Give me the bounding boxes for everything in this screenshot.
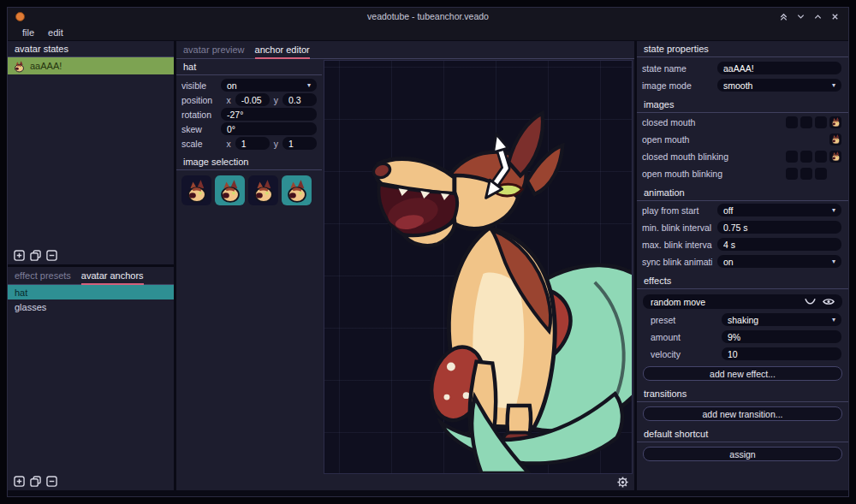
add-new-transition-button[interactable]: add new transition... xyxy=(643,406,842,421)
gear-icon[interactable] xyxy=(617,477,628,488)
image-selection-thumb-2[interactable] xyxy=(215,175,245,205)
position-y-input[interactable] xyxy=(282,93,317,106)
sync-blink-animation-label: sync blink animation xyxy=(642,257,712,267)
play-from-start-label: play from start xyxy=(642,205,712,216)
visible-row: visible on ▾ xyxy=(176,78,322,92)
anchor-editor-canvas[interactable] xyxy=(324,60,633,474)
effects-title: effects xyxy=(637,273,848,289)
state-properties-title: state properties xyxy=(637,41,848,57)
image-row-open-mouth: open mouth xyxy=(637,131,848,147)
effect-amount-input[interactable] xyxy=(722,330,841,343)
rotation-label: rotation xyxy=(181,110,217,120)
skew-row: skew xyxy=(176,122,322,136)
sync-blink-animation-dropdown[interactable]: on ▾ xyxy=(717,255,841,268)
eye-icon[interactable] xyxy=(823,298,835,305)
sync-blink-animation-row: sync blink animation on ▾ xyxy=(637,253,848,270)
avatar-states-list-empty xyxy=(8,74,174,246)
easing-curve-icon[interactable] xyxy=(805,298,816,305)
play-from-start-value: off xyxy=(723,205,733,216)
avatar-states-title: avatar states xyxy=(8,41,174,57)
close-icon[interactable] xyxy=(830,12,840,21)
sync-blink-animation-value: on xyxy=(723,257,734,267)
image-row-open-mouth-blinking: open mouth blinking xyxy=(637,165,848,181)
image-row-label: open mouth xyxy=(642,134,781,145)
image-slot-filled[interactable] xyxy=(829,116,841,128)
tab-avatar-anchors[interactable]: avatar anchors xyxy=(81,270,144,285)
image-slot-empty[interactable] xyxy=(815,151,827,163)
avatar-state-item[interactable]: aaAAA! xyxy=(8,57,174,74)
tab-effect-presets[interactable]: effect presets xyxy=(15,270,71,284)
chevron-down-icon: ▾ xyxy=(832,316,835,323)
skew-input[interactable] xyxy=(221,122,317,135)
add-state-button[interactable] xyxy=(13,249,25,261)
tab-anchor-editor[interactable]: anchor editor xyxy=(255,44,310,59)
image-slot-empty[interactable] xyxy=(786,116,798,128)
scale-x-label: x xyxy=(227,139,231,149)
deer-thumbnail-icon xyxy=(830,116,841,127)
chevron-down-icon: ▾ xyxy=(832,206,835,214)
max-blink-interval-input[interactable] xyxy=(717,238,841,251)
image-slot-empty[interactable] xyxy=(786,151,798,163)
effect-velocity-input[interactable] xyxy=(722,347,841,360)
double-chevron-up-icon[interactable] xyxy=(779,12,788,21)
deer-thumbnail-icon xyxy=(13,60,26,73)
menu-edit[interactable]: edit xyxy=(48,27,63,38)
app-window: veadotube - tubeanchor.veado file edit a… xyxy=(7,7,849,497)
image-row-closed-mouth-blinking: closed mouth blinking xyxy=(637,148,848,164)
state-name-label: state name xyxy=(642,63,712,74)
image-row-closed-mouth: closed mouth xyxy=(637,114,848,130)
play-from-start-dropdown[interactable]: off ▾ xyxy=(717,204,841,216)
scale-y-label: y xyxy=(274,139,278,149)
state-properties-panel: state properties state name image mode s… xyxy=(637,41,848,490)
chevron-down-icon: ▾ xyxy=(307,81,311,89)
remove-state-button[interactable] xyxy=(45,249,57,261)
image-slot-empty[interactable] xyxy=(800,116,812,128)
editor-tabs: avatar preview anchor editor xyxy=(176,41,634,59)
anchor-item-hat[interactable]: hat xyxy=(8,285,174,299)
image-slot-filled[interactable] xyxy=(829,151,841,163)
assign-shortcut-button[interactable]: assign xyxy=(643,447,842,461)
effect-preset-dropdown[interactable]: shaking ▾ xyxy=(722,313,841,326)
image-slot-empty[interactable] xyxy=(800,168,812,180)
effect-header[interactable]: random move xyxy=(643,294,842,309)
duplicate-state-button[interactable] xyxy=(29,249,41,261)
duplicate-anchor-button[interactable] xyxy=(29,475,41,487)
min-blink-interval-row: min. blink interval xyxy=(637,219,848,235)
chevron-down-icon[interactable] xyxy=(796,12,805,21)
image-selection-thumb-1[interactable] xyxy=(181,175,211,205)
image-selection-thumb-4[interactable] xyxy=(282,175,312,205)
image-slot-filled[interactable] xyxy=(829,133,841,145)
effect-preset-row: preset shaking ▾ xyxy=(637,311,848,328)
image-slot-empty[interactable] xyxy=(786,168,798,180)
image-slot-empty[interactable] xyxy=(800,151,812,163)
visible-dropdown[interactable]: on ▾ xyxy=(221,79,317,92)
skew-label: skew xyxy=(181,124,217,134)
rotation-input[interactable] xyxy=(221,108,317,121)
menu-file[interactable]: file xyxy=(22,27,34,38)
desktop-background: veadotube - tubeanchor.veado file edit a… xyxy=(0,0,856,504)
image-slot-empty[interactable] xyxy=(815,168,827,180)
add-new-effect-button[interactable]: add new effect... xyxy=(643,366,842,381)
avatar-states-actions xyxy=(8,246,174,264)
visible-value: on xyxy=(227,80,237,91)
state-name-input[interactable] xyxy=(717,62,841,74)
image-selection-thumb-3[interactable] xyxy=(248,175,278,205)
image-slot-empty[interactable] xyxy=(815,116,827,128)
image-mode-dropdown[interactable]: smooth ▾ xyxy=(717,79,841,92)
position-x-input[interactable] xyxy=(235,93,270,106)
remove-anchor-button[interactable] xyxy=(45,475,57,487)
anchor-item-glasses[interactable]: glasses xyxy=(8,299,174,314)
scale-y-input[interactable] xyxy=(282,137,317,150)
image-row-label: closed mouth blinking xyxy=(642,151,781,162)
tab-avatar-preview[interactable]: avatar preview xyxy=(183,44,245,58)
image-mode-label: image mode xyxy=(642,80,712,91)
animation-title: animation xyxy=(637,185,848,201)
min-blink-interval-input[interactable] xyxy=(717,221,841,234)
state-name-row: state name xyxy=(637,60,848,76)
add-anchor-button[interactable] xyxy=(13,475,25,487)
transitions-title: transitions xyxy=(637,386,848,402)
chevron-up-icon[interactable] xyxy=(813,12,823,21)
effect-amount-label: amount xyxy=(642,332,716,342)
visible-label: visible xyxy=(181,80,217,91)
scale-x-input[interactable] xyxy=(235,137,270,150)
